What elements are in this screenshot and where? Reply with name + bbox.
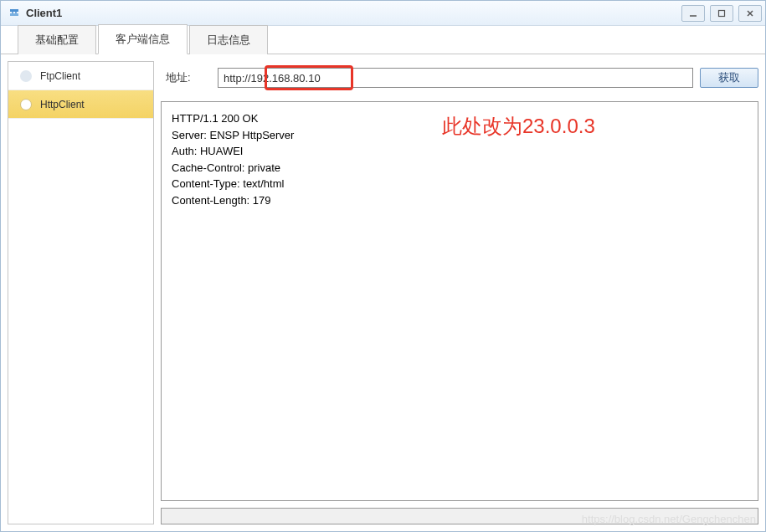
fetch-button[interactable]: 获取 [700, 68, 758, 88]
window-controls [681, 5, 762, 22]
main-panel: 地址: 获取 HTTP/1.1 200 OK Server: ENSP Http… [161, 61, 758, 524]
close-button[interactable] [738, 5, 762, 22]
address-input[interactable] [224, 72, 687, 84]
radio-icon [20, 99, 32, 110]
titlebar: Client1 [1, 1, 765, 26]
status-bar [161, 508, 758, 524]
app-icon [8, 7, 21, 20]
tab-bar: 基础配置 客户端信息 日志信息 [1, 26, 765, 54]
address-input-wrap [218, 68, 693, 88]
tab-log-info[interactable]: 日志信息 [189, 25, 268, 54]
sidebar-item-label: HttpClient [40, 99, 85, 110]
address-label: 地址: [161, 70, 211, 85]
window-title: Client1 [26, 7, 681, 19]
address-row: 地址: 获取 [161, 61, 758, 95]
client-sidebar: FtpClient HttpClient [8, 61, 154, 524]
response-textarea[interactable]: HTTP/1.1 200 OK Server: ENSP HttpServer … [161, 101, 758, 501]
sidebar-item-label: FtpClient [40, 70, 80, 82]
maximize-button[interactable] [710, 5, 733, 22]
radio-icon [20, 70, 32, 82]
sidebar-item-httpclient[interactable]: HttpClient [8, 90, 153, 119]
tab-client-info[interactable]: 客户端信息 [98, 24, 188, 54]
minimize-button[interactable] [681, 5, 705, 22]
sidebar-item-ftpclient[interactable]: FtpClient [8, 62, 153, 90]
tab-basic-config[interactable]: 基础配置 [18, 25, 96, 54]
app-window: Client1 基础配置 客户端信息 日志信息 FtpClient [0, 0, 766, 532]
svg-rect-1 [719, 10, 725, 16]
content-area: FtpClient HttpClient 地址: 获取 HTTP/1.1 200… [1, 54, 765, 531]
